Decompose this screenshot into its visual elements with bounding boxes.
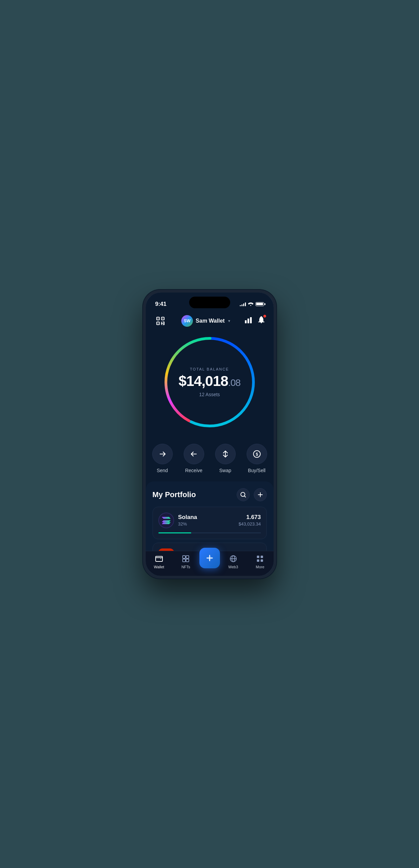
balance-label: TOTAL BALANCE bbox=[179, 367, 240, 371]
svg-rect-29 bbox=[257, 559, 259, 562]
solana-usd: $43,023.34 bbox=[238, 521, 261, 527]
swap-icon bbox=[215, 444, 236, 464]
nfts-nav-label: NFTs bbox=[181, 565, 190, 569]
notification-badge bbox=[263, 314, 266, 318]
web3-icon bbox=[228, 554, 238, 563]
svg-rect-27 bbox=[257, 556, 259, 558]
asset-row: Solana 32% 1.673 $43,023.34 bbox=[158, 513, 261, 528]
svg-rect-28 bbox=[261, 556, 263, 558]
scan-button[interactable] bbox=[154, 314, 167, 327]
portfolio-section: My Portfolio bbox=[146, 481, 274, 551]
avatar: SW bbox=[181, 315, 193, 327]
solana-name: Solana bbox=[178, 514, 235, 521]
receive-icon bbox=[184, 444, 204, 464]
nav-center-button[interactable] bbox=[199, 548, 220, 568]
nav-more[interactable]: More bbox=[247, 554, 274, 569]
svg-text:$: $ bbox=[256, 452, 258, 457]
solana-bar bbox=[158, 532, 261, 533]
svg-rect-5 bbox=[158, 323, 158, 324]
assets-count: 12 Assets bbox=[179, 392, 240, 397]
solana-values: 1.673 $43,023.34 bbox=[238, 514, 261, 527]
svg-rect-20 bbox=[183, 556, 185, 558]
send-label: Send bbox=[157, 468, 168, 473]
header-actions bbox=[245, 316, 265, 326]
wifi-icon bbox=[248, 301, 253, 307]
app-header: SW Sam Wallet ▾ bbox=[146, 311, 274, 331]
buysell-label: Buy/Sell bbox=[248, 468, 265, 473]
solana-icon bbox=[158, 513, 174, 528]
more-icon bbox=[255, 554, 265, 563]
send-icon bbox=[152, 444, 173, 464]
asset-card-solana[interactable]: Solana 32% 1.673 $43,023.34 bbox=[153, 507, 267, 539]
battery-icon bbox=[256, 302, 264, 306]
buysell-icon: $ bbox=[247, 444, 267, 464]
receive-label: Receive bbox=[185, 468, 202, 473]
buysell-button[interactable]: $ Buy/Sell bbox=[247, 444, 267, 473]
svg-rect-30 bbox=[261, 559, 263, 562]
action-buttons: Send Receive Swap bbox=[146, 437, 274, 481]
notification-button[interactable] bbox=[258, 316, 265, 326]
chevron-down-icon: ▾ bbox=[228, 319, 230, 323]
svg-rect-22 bbox=[183, 559, 185, 562]
solana-amount: 1.673 bbox=[238, 514, 261, 521]
solana-pct: 32% bbox=[178, 521, 235, 527]
wallet-icon bbox=[154, 554, 164, 563]
swap-label: Swap bbox=[219, 468, 231, 473]
search-button[interactable] bbox=[237, 488, 250, 501]
send-button[interactable]: Send bbox=[152, 444, 173, 473]
asset-list: Solana 32% 1.673 $43,023.34 bbox=[153, 507, 267, 551]
portfolio-header: My Portfolio bbox=[153, 488, 267, 501]
swap-button[interactable]: Swap bbox=[215, 444, 236, 473]
solana-info: Solana 32% bbox=[178, 514, 235, 527]
phone-frame: 9:41 bbox=[143, 290, 276, 579]
svg-point-18 bbox=[241, 492, 245, 496]
wallet-selector[interactable]: SW Sam Wallet ▾ bbox=[181, 315, 230, 327]
chart-button[interactable] bbox=[245, 316, 252, 325]
more-nav-label: More bbox=[256, 565, 264, 569]
svg-rect-3 bbox=[158, 318, 158, 319]
status-icons bbox=[240, 301, 264, 307]
svg-rect-23 bbox=[186, 559, 189, 562]
svg-rect-19 bbox=[156, 556, 162, 561]
status-time: 9:41 bbox=[155, 301, 167, 308]
svg-rect-4 bbox=[162, 318, 163, 319]
balance-amount: $14,018.08 bbox=[179, 374, 240, 388]
bottom-nav: Wallet NFTs bbox=[146, 551, 274, 576]
portfolio-actions bbox=[237, 488, 267, 501]
web3-nav-label: Web3 bbox=[228, 565, 238, 569]
nav-wallet[interactable]: Wallet bbox=[146, 554, 173, 569]
nav-web3[interactable]: Web3 bbox=[220, 554, 247, 569]
phone-screen: 9:41 bbox=[146, 293, 274, 576]
balance-whole: $14,018 bbox=[179, 373, 228, 389]
balance-section: TOTAL BALANCE $14,018.08 12 Assets bbox=[146, 331, 274, 437]
svg-rect-13 bbox=[250, 317, 252, 323]
balance-content: TOTAL BALANCE $14,018.08 12 Assets bbox=[179, 367, 240, 397]
balance-circle: TOTAL BALANCE $14,018.08 12 Assets bbox=[162, 334, 258, 430]
balance-cents: .08 bbox=[228, 377, 240, 388]
signal-icon bbox=[240, 302, 246, 306]
nav-nfts[interactable]: NFTs bbox=[172, 554, 199, 569]
wallet-nav-label: Wallet bbox=[154, 565, 164, 569]
portfolio-title: My Portfolio bbox=[153, 490, 196, 499]
dynamic-island bbox=[189, 297, 230, 308]
svg-rect-11 bbox=[245, 320, 247, 323]
nfts-icon bbox=[181, 554, 191, 563]
optimism-icon: OP bbox=[158, 548, 174, 551]
receive-button[interactable]: Receive bbox=[184, 444, 204, 473]
svg-rect-21 bbox=[186, 556, 189, 558]
wallet-name: Sam Wallet bbox=[196, 318, 225, 324]
svg-rect-12 bbox=[248, 319, 249, 323]
add-asset-button[interactable] bbox=[254, 488, 267, 501]
